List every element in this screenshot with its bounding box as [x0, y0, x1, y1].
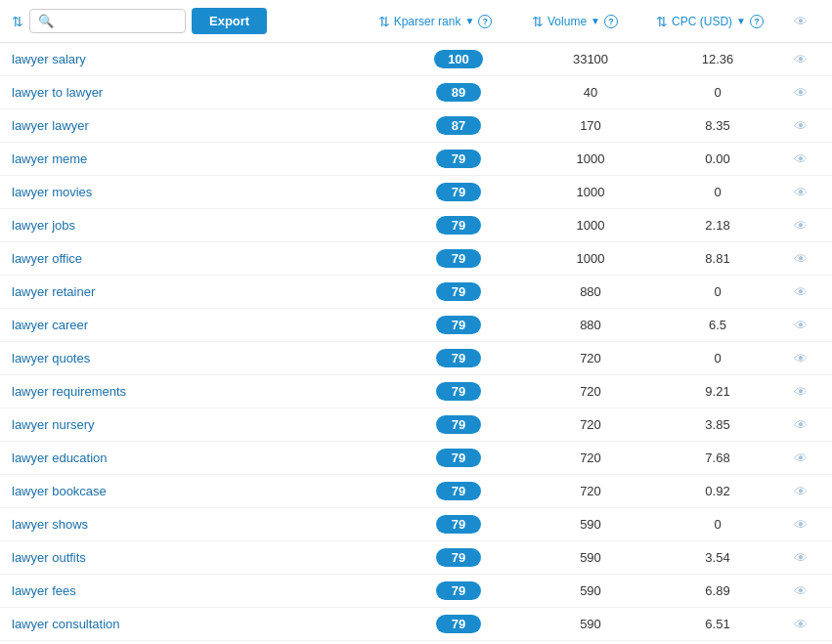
cpc-help-icon[interactable]: ?: [750, 15, 764, 28]
cell-eye[interactable]: 👁: [781, 151, 820, 167]
cell-keyword[interactable]: lawyer quotes: [12, 351, 390, 365]
cell-rank: 89: [390, 83, 527, 102]
cell-rank: 79: [390, 548, 527, 567]
cell-eye[interactable]: 👁: [781, 417, 820, 433]
cell-keyword[interactable]: lawyer requirements: [12, 384, 390, 399]
row-eye-icon[interactable]: 👁: [794, 484, 808, 499]
table-row: lawyer office 79 1000 8.81 👁: [0, 242, 832, 276]
cell-keyword[interactable]: lawyer education: [12, 451, 390, 465]
row-eye-icon[interactable]: 👁: [794, 251, 808, 267]
table-row: lawyer requirements 79 720 9.21 👁: [0, 375, 832, 408]
cell-keyword[interactable]: lawyer career: [12, 318, 390, 332]
cell-eye[interactable]: 👁: [781, 484, 820, 499]
cell-volume: 720: [527, 484, 654, 498]
volume-filter-icon[interactable]: ▼: [591, 16, 600, 26]
rank-badge: 79: [436, 249, 481, 268]
cell-eye[interactable]: 👁: [781, 384, 820, 400]
row-eye-icon[interactable]: 👁: [794, 118, 808, 134]
rank-help-icon[interactable]: ?: [478, 15, 492, 28]
cell-keyword[interactable]: lawyer lawyer: [12, 118, 390, 133]
cell-eye[interactable]: 👁: [781, 517, 820, 533]
row-eye-icon[interactable]: 👁: [794, 85, 808, 101]
cell-eye[interactable]: 👁: [781, 85, 820, 101]
row-eye-icon[interactable]: 👁: [794, 351, 808, 366]
cell-eye[interactable]: 👁: [781, 351, 820, 366]
cell-eye[interactable]: 👁: [781, 118, 820, 134]
cell-rank: 79: [390, 316, 527, 334]
global-eye-icon[interactable]: 👁: [794, 14, 808, 29]
cell-eye[interactable]: 👁: [781, 185, 820, 200]
cell-rank: 79: [390, 581, 527, 600]
cell-cpc: 12.36: [654, 52, 781, 66]
table-row: lawyer salary 100 33100 12.36 👁: [0, 43, 832, 76]
cell-rank: 79: [390, 216, 527, 235]
cell-volume: 720: [527, 451, 654, 465]
cell-volume: 720: [527, 384, 654, 399]
rank-badge: 79: [436, 150, 481, 168]
cell-rank: 79: [390, 282, 527, 301]
rank-badge: 79: [436, 282, 481, 301]
cell-keyword[interactable]: lawyer retainer: [12, 284, 390, 299]
rank-filter-icon[interactable]: ▼: [464, 16, 474, 26]
row-eye-icon[interactable]: 👁: [794, 451, 808, 466]
cell-eye[interactable]: 👁: [781, 583, 820, 599]
cell-eye[interactable]: 👁: [781, 284, 820, 300]
cell-rank: 100: [390, 50, 527, 68]
row-eye-icon[interactable]: 👁: [794, 218, 808, 234]
row-eye-icon[interactable]: 👁: [794, 417, 808, 433]
row-eye-icon[interactable]: 👁: [794, 550, 808, 566]
cell-keyword[interactable]: lawyer shows: [12, 517, 390, 532]
cell-volume: 590: [527, 617, 654, 631]
row-eye-icon[interactable]: 👁: [794, 583, 808, 599]
cell-keyword[interactable]: lawyer bookcase: [12, 484, 390, 498]
cell-volume: 720: [527, 417, 654, 432]
cell-eye[interactable]: 👁: [781, 617, 820, 632]
cell-eye[interactable]: 👁: [781, 251, 820, 267]
cell-keyword[interactable]: lawyer meme: [12, 151, 390, 166]
cell-keyword[interactable]: lawyer nursery: [12, 417, 390, 432]
cell-eye[interactable]: 👁: [781, 318, 820, 333]
cell-cpc: 3.54: [654, 550, 781, 565]
rank-badge: 79: [436, 415, 481, 434]
rank-sort-icon[interactable]: ⇅: [378, 14, 390, 29]
rank-badge: 79: [436, 316, 481, 334]
col-eye-header: 👁: [781, 14, 820, 29]
cell-keyword[interactable]: lawyer salary: [12, 52, 390, 66]
cell-eye[interactable]: 👁: [781, 218, 820, 234]
cell-keyword[interactable]: lawyer to lawyer: [12, 85, 390, 100]
rank-badge: 87: [436, 116, 481, 135]
cpc-sort-icon[interactable]: ⇅: [656, 14, 668, 29]
table-row: lawyer retainer 79 880 0 👁: [0, 276, 832, 309]
cell-cpc: 0: [654, 351, 781, 365]
rank-badge: 79: [436, 349, 481, 367]
row-eye-icon[interactable]: 👁: [794, 185, 808, 200]
cell-eye[interactable]: 👁: [781, 52, 820, 67]
cell-eye[interactable]: 👁: [781, 451, 820, 466]
cell-keyword[interactable]: lawyer consultation: [12, 617, 390, 631]
cell-keyword[interactable]: lawyer movies: [12, 185, 390, 199]
cell-keyword[interactable]: lawyer fees: [12, 583, 390, 598]
cell-keyword[interactable]: lawyer outfits: [12, 550, 390, 565]
row-eye-icon[interactable]: 👁: [794, 517, 808, 533]
row-eye-icon[interactable]: 👁: [794, 284, 808, 300]
cell-keyword[interactable]: lawyer office: [12, 251, 390, 266]
search-input[interactable]: [60, 14, 177, 28]
volume-help-icon[interactable]: ?: [604, 15, 618, 28]
row-eye-icon[interactable]: 👁: [794, 617, 808, 632]
table-row: lawyer bookcase 79 720 0.92 👁: [0, 475, 832, 508]
row-eye-icon[interactable]: 👁: [794, 318, 808, 333]
cell-eye[interactable]: 👁: [781, 550, 820, 566]
col-volume-header: ⇅ Volume ▼ ?: [511, 14, 638, 29]
cell-keyword[interactable]: lawyer jobs: [12, 218, 390, 233]
export-button[interactable]: Export: [192, 8, 267, 34]
volume-header-label: Volume: [547, 15, 587, 28]
sort-icon[interactable]: ⇅: [12, 14, 23, 29]
volume-sort-icon[interactable]: ⇅: [532, 14, 544, 29]
toolbar: ⇅ 🔍 Export ⇅ Kparser rank ▼ ? ⇅ Volume ▼…: [0, 0, 832, 43]
col-rank-header: ⇅ Kparser rank ▼ ?: [367, 14, 504, 29]
row-eye-icon[interactable]: 👁: [794, 151, 808, 167]
cell-cpc: 7.68: [654, 451, 781, 465]
row-eye-icon[interactable]: 👁: [794, 384, 808, 400]
row-eye-icon[interactable]: 👁: [794, 52, 808, 67]
cpc-filter-icon[interactable]: ▼: [736, 16, 746, 26]
